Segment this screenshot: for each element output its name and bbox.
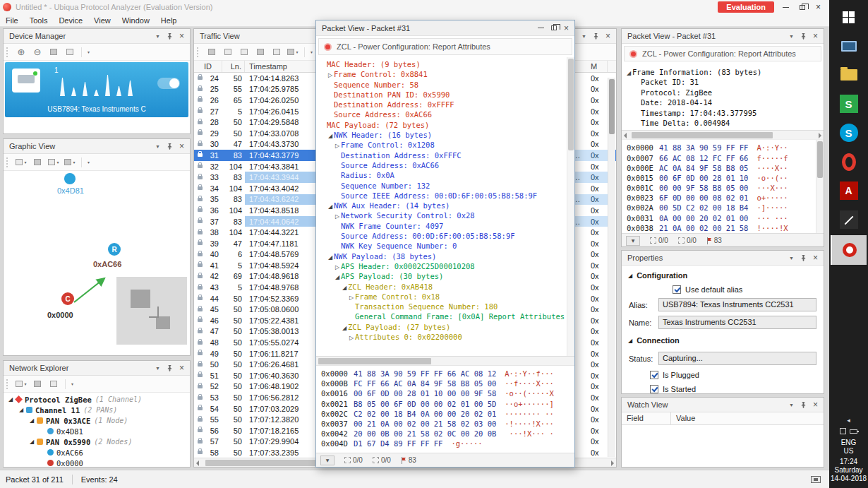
info-line[interactable]: Timestamp: 17:04:43.377995 (625, 108, 822, 118)
expander-icon[interactable]: ◢ (28, 439, 36, 445)
packet-tree-line[interactable]: Sequence Number: 132 (320, 181, 565, 191)
menu-tools[interactable]: Tools (24, 16, 54, 25)
info-line[interactable]: ◢Frame Information: (83 bytes) (625, 67, 822, 77)
packet-tree-line[interactable]: Destination Address: 0xFFFC (320, 150, 565, 160)
expander-icon[interactable]: ◢ (327, 253, 334, 263)
remove-device-button[interactable]: ⊖ (30, 46, 44, 59)
packet-tree-line[interactable]: ▷Frame Control: 0x18 (320, 292, 565, 302)
panel-close-button[interactable]: × (809, 399, 821, 410)
toolbar-overflow-icon[interactable]: ▾ (311, 49, 313, 54)
scroll-thumb[interactable] (817, 141, 823, 178)
copy-button[interactable] (30, 378, 44, 391)
tree-item[interactable]: ◢Channel 11(2 PANs) (4, 405, 190, 415)
start-button[interactable] (832, 4, 865, 30)
scroll-left-icon[interactable] (196, 460, 199, 466)
export-button[interactable] (221, 46, 235, 59)
packet-tree-line[interactable]: NWK Frame Counter: 4097 (320, 221, 565, 231)
packet-tree-line[interactable]: ▷APS Header: 0x0002C25D00010208 (320, 261, 565, 271)
info-line[interactable]: Time Delta: 0.004984 (625, 118, 822, 128)
tree-item[interactable]: 0xAC66 (4, 447, 190, 458)
taskbar-s-app-icon[interactable]: S (832, 90, 865, 117)
hex-row[interactable]: 0x001C00 00 9F 58 B8 05 00···X··· (627, 183, 814, 193)
column-mac[interactable]: M (591, 61, 608, 72)
hex-row[interactable]: 0x0021B8 05 00 6F 0D 00 00 02 01 00 5D··… (321, 399, 574, 409)
hex-row[interactable]: 0x004220 00 0B 00 21 58 02 0C 00 20 0B ·… (321, 429, 574, 439)
device-card[interactable]: 1 USB7894: Texas Instruments C (5, 62, 188, 117)
toolbar-overflow-icon[interactable]: ▾ (71, 381, 73, 386)
packet-tree-line[interactable]: Source Address: 0xAC66 (320, 109, 565, 119)
layers-button[interactable]: ▾ (63, 156, 77, 169)
scroll-left-icon[interactable] (624, 133, 627, 138)
hex-row[interactable]: 0x000041 88 3A 90 59 FF FF 66 AC 08 12A·… (321, 369, 574, 379)
device-power-toggle[interactable] (157, 78, 180, 89)
hex-row[interactable]: 0x003700 21 0A 00 02 00 21 58 02 03 00·!… (321, 419, 574, 429)
packet-tree-line[interactable]: Radius: 0x0A (320, 170, 565, 180)
column-timestamp[interactable]: Timestamp (245, 61, 318, 72)
columns-button[interactable] (47, 378, 61, 391)
packet-tree-line[interactable]: Source IEEE Address: 00:0D:6F:00:05:B8:5… (320, 191, 565, 201)
pin-icon[interactable] (590, 30, 602, 42)
restore-button[interactable] (551, 25, 557, 30)
toolbar-overflow-icon[interactable]: ▾ (88, 160, 90, 165)
menu-view[interactable]: View (88, 16, 116, 25)
hex-row[interactable]: 0x001500 6F 0D 00 28 01 10·o··(·· (627, 173, 814, 183)
expander-icon[interactable]: ◢ (334, 273, 341, 282)
taskbar-language[interactable]: ENG (841, 439, 857, 446)
scroll-right-icon[interactable] (611, 460, 614, 466)
toolbar-overflow-icon[interactable]: ▾ (88, 49, 90, 54)
menu-help[interactable]: Help (155, 16, 183, 25)
tree-item[interactable]: 0x4D81 (4, 426, 190, 436)
pin-icon[interactable] (164, 30, 176, 42)
hex-row[interactable]: 0x002A00 5D C2 02 00 18 B4·]····· (627, 203, 814, 213)
expander-icon[interactable]: ◢ (341, 283, 348, 293)
hex-row[interactable]: 0x001600 6F 0D 00 28 01 10 00 00 9F 58·o… (321, 388, 574, 398)
collapse-tree-button[interactable]: ▾ (14, 378, 28, 391)
packet-tree-line[interactable]: Transaction Sequence Number: 180 (320, 302, 565, 311)
info-line[interactable]: Protocol: ZigBee (625, 88, 822, 97)
hex-row[interactable]: 0x000EAC 0A 84 9F 58 B8 05····X·· (627, 163, 814, 173)
tree-hscrollbar[interactable] (316, 356, 574, 365)
panel-close-button[interactable]: × (176, 30, 188, 42)
taskbar-region[interactable]: US (844, 447, 854, 455)
hex-row[interactable]: 0x00310A 00 00 20 02 01 00··· ··· (627, 213, 814, 223)
tree-item[interactable]: ◢PAN 0x3ACE(1 Node) (4, 415, 190, 426)
packet-tree-line[interactable]: ▷Attributes 0: 0x02200000 (320, 332, 565, 342)
hex-row[interactable]: 0x000BFC FF 66 AC 0A 84 9F 58 B8 05 00··… (321, 379, 574, 388)
taskbar-pen-app-icon[interactable] (832, 206, 865, 233)
packet-tree-line[interactable]: ◢NWK Header: (16 bytes) (320, 130, 565, 140)
packet-tree-line[interactable]: General Command Frame: [0x0A] Report Att… (320, 311, 565, 321)
pin-icon[interactable] (797, 399, 809, 410)
packet-tree-line[interactable]: Source Address: 00:0D:6F:00:05:B8:58:9F (320, 231, 565, 241)
panel-close-button[interactable]: × (809, 30, 821, 42)
packet-tree-line[interactable]: NWK Key Sequence Number: 0 (320, 241, 565, 251)
panel-menu-button[interactable]: ▼ (785, 399, 797, 410)
panel-close-button[interactable]: × (176, 362, 188, 374)
packet-tree-line[interactable]: ◢ZCL Header: 0xAB418 (320, 282, 565, 292)
expander-icon[interactable]: ◢ (6, 396, 15, 403)
topology-canvas[interactable]: 0x4D81 R 0xAC66 C 0x0000 (4, 171, 190, 355)
add-device-button[interactable]: ⊕ (14, 46, 28, 59)
menu-file[interactable]: File (0, 16, 24, 25)
minimize-button[interactable] (538, 28, 544, 28)
panel-menu-button[interactable]: ▼ (785, 252, 797, 263)
hex-options-button[interactable]: ▼ (626, 236, 640, 246)
close-button[interactable]: × (564, 25, 569, 32)
hex-row[interactable]: 0x004DD1 67 D4 89 FF FF FF·g····· (321, 439, 574, 448)
panel-menu-button[interactable]: ▼ (152, 362, 164, 374)
image-button[interactable] (253, 46, 267, 59)
taskbar-clock[interactable]: 17:24 (840, 458, 857, 465)
panel-close-button[interactable]: × (176, 141, 188, 152)
packet-tree-line[interactable]: Source Address: 0xAC66 (320, 160, 565, 170)
taskbar-opera-icon[interactable] (832, 148, 865, 175)
restore-button[interactable] (800, 5, 805, 10)
tree-item[interactable]: ◢PAN 0x5990(2 Nodes) (4, 436, 190, 447)
packet-tree-line[interactable]: Sequence Number: 58 (320, 80, 565, 90)
hex-row[interactable]: 0x003821 0A 00 02 00 21 58!····!X (627, 223, 814, 233)
taskbar-skype-icon[interactable]: S (832, 119, 865, 146)
panel-close-button[interactable]: × (602, 30, 614, 42)
node-0xAC66[interactable]: R (108, 243, 121, 256)
device-grid-button[interactable] (63, 46, 77, 59)
menu-device[interactable]: Device (53, 16, 88, 25)
tray-pen-icon[interactable] (840, 428, 846, 434)
layout-button[interactable]: ▾ (14, 156, 28, 169)
